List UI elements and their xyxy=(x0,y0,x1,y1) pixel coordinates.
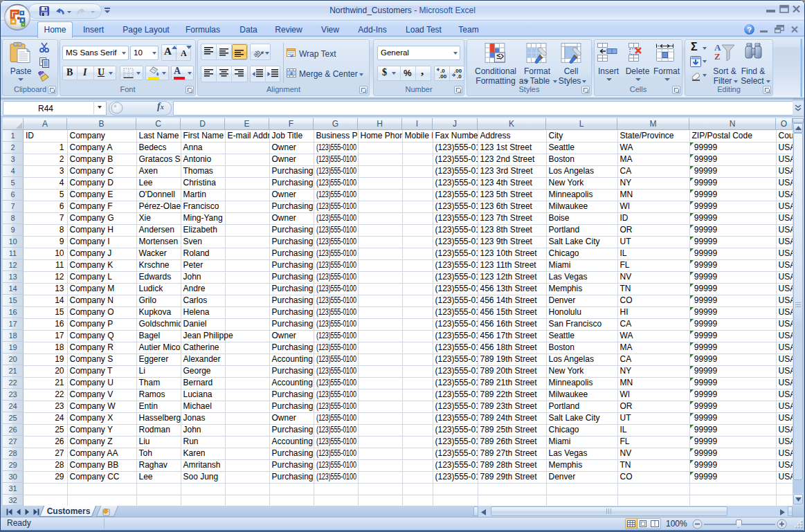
svg-text:?: ? xyxy=(747,26,752,34)
svg-text:.00: .00 xyxy=(439,73,447,79)
svg-text:.0: .0 xyxy=(457,73,462,79)
svg-text:Z: Z xyxy=(714,51,721,62)
svg-text:a: a xyxy=(290,70,293,76)
svg-text:ab: ab xyxy=(252,48,262,57)
